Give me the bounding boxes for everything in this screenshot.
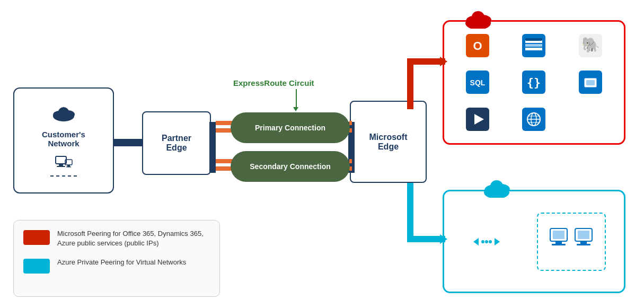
legend-item-red: Microsoft Peering for Office 365, Dynami… (23, 229, 210, 248)
svg-point-13 (472, 11, 484, 23)
svg-point-43 (481, 240, 484, 243)
cdn-globe-icon (519, 105, 549, 134)
svg-text:SQL: SQL (470, 78, 486, 87)
legend-red-swatch (23, 230, 50, 245)
svg-point-41 (490, 180, 503, 192)
network-computers (55, 154, 73, 170)
orange-line-right-primary-top (349, 121, 352, 125)
svg-rect-8 (67, 165, 70, 166)
svg-rect-19 (525, 48, 542, 50)
svg-rect-4 (56, 156, 66, 164)
office365-icon: O (463, 31, 492, 60)
svg-rect-5 (59, 164, 63, 166)
primary-label: Primary Connection (255, 124, 325, 132)
legend-blue-swatch (23, 259, 50, 274)
ms-services-box: O 🐘 SQL (443, 20, 625, 145)
microsoft-edge-box: Microsoft Edge (350, 101, 427, 183)
svg-marker-42 (473, 238, 479, 245)
svg-rect-18 (525, 44, 542, 47)
svg-rect-53 (577, 244, 590, 245)
svg-rect-52 (580, 241, 587, 244)
svg-rect-9 (66, 166, 71, 168)
media-icon (463, 105, 492, 134)
partner-edge-box: Partner Edge (142, 111, 211, 175)
legend-box: Microsoft Peering for Office 365, Dynami… (13, 220, 220, 297)
legend-red-text: Microsoft Peering for Office 365, Dynami… (57, 229, 210, 248)
svg-marker-46 (495, 238, 500, 245)
svg-rect-6 (57, 166, 65, 167)
customer-network-label: Customer's Network (42, 130, 85, 148)
svg-rect-48 (555, 241, 562, 244)
legend-blue-text: Azure Private Peering for Virtual Networ… (57, 258, 186, 267)
red-connector-vertical (407, 58, 413, 109)
svg-text:O: O (473, 39, 482, 52)
orange-line-primary-top (216, 121, 233, 125)
red-cloud-icon (464, 8, 493, 33)
svg-rect-50 (553, 231, 564, 239)
orange-line-secondary-top (216, 159, 233, 163)
secondary-label: Secondary Connection (250, 162, 330, 171)
svg-rect-20 (525, 38, 542, 41)
svg-rect-54 (578, 231, 589, 239)
connector-customer-partner (114, 139, 142, 146)
svg-rect-49 (552, 244, 566, 245)
left-vertical-connector (209, 122, 216, 173)
dashed-connector (50, 172, 77, 177)
storage-icon (576, 68, 605, 97)
sql-icon: SQL (463, 68, 492, 97)
svg-text:{}: {} (527, 76, 541, 89)
legend-item-blue: Azure Private Peering for Virtual Networ… (23, 258, 210, 274)
svg-point-45 (489, 240, 492, 243)
blue-arrow-head (440, 234, 447, 244)
er-arrow-line (296, 89, 297, 109)
secondary-connection-pill: Secondary Connection (231, 151, 350, 182)
microsoft-edge-label: Microsoft Edge (369, 133, 408, 152)
primary-connection-pill: Primary Connection (231, 112, 350, 143)
blue-connector-vertical (407, 183, 413, 242)
partner-edge-label: Partner Edge (162, 134, 191, 153)
svg-rect-31 (586, 80, 595, 85)
diagram-container: Customer's Network Partner Edge (0, 0, 644, 308)
red-arrow-head (440, 57, 447, 66)
hdinsight-icon: 🐘 (576, 31, 605, 60)
svg-point-44 (485, 240, 488, 243)
orange-line-right-secondary-top (349, 159, 352, 163)
azure-private-box (443, 190, 625, 293)
customer-network-box: Customer's Network (13, 87, 114, 193)
table-storage-icon (519, 31, 549, 60)
er-arrow-head (293, 107, 298, 111)
dots-connector (473, 234, 500, 250)
svg-text:🐘: 🐘 (581, 36, 599, 54)
api-icon: {} (519, 68, 549, 97)
svg-point-3 (58, 107, 69, 117)
customer-cloud-icon (51, 104, 76, 126)
expressroute-circuit-label: ExpressRoute Circuit (233, 78, 314, 87)
blue-cloud-icon (482, 178, 511, 200)
vm-dashed-box (537, 213, 606, 271)
